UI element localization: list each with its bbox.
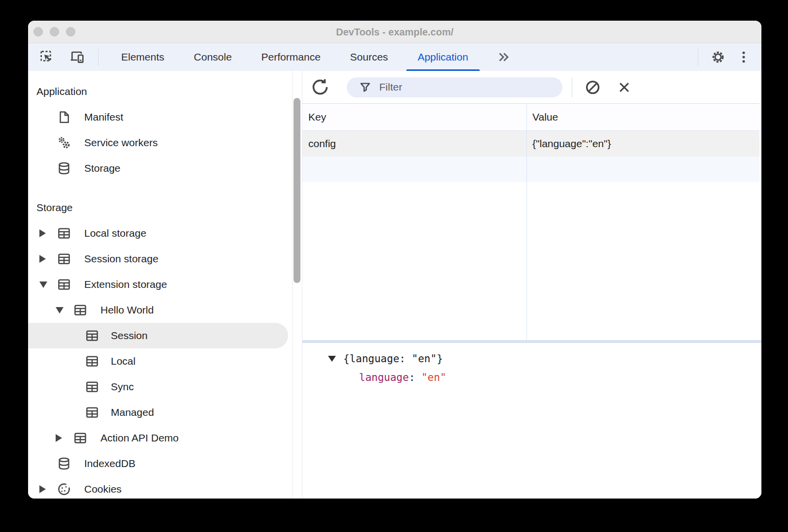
sidebar-item-extension-storage[interactable]: Extension storage	[28, 272, 302, 297]
sidebar-item-service-workers[interactable]: Service workers	[28, 130, 302, 156]
triangle-collapsed-icon[interactable]	[39, 229, 57, 237]
database-icon	[57, 161, 71, 176]
filter-box	[347, 77, 562, 97]
filter-funnel-icon	[359, 81, 372, 94]
device-toolbar-button[interactable]	[66, 47, 88, 67]
sidebar-item-local-storage[interactable]: Local storage	[28, 220, 302, 246]
toolbar-divider	[98, 49, 98, 65]
table-icon	[85, 354, 99, 369]
sidebar-item-local[interactable]: Local	[28, 348, 302, 374]
column-header-key[interactable]: Key	[302, 111, 526, 123]
tab-sources[interactable]: Sources	[335, 43, 403, 71]
database-icon	[57, 456, 71, 471]
property-value: "en"	[421, 372, 446, 383]
triangle-collapsed-icon[interactable]	[56, 434, 73, 442]
document-icon	[57, 110, 71, 125]
triangle-expanded-icon[interactable]	[56, 307, 73, 313]
sidebar-item-storage[interactable]: Storage	[28, 156, 302, 181]
cookie-icon	[57, 482, 71, 497]
key-cell[interactable]: config	[302, 138, 526, 150]
tab-console[interactable]: Console	[179, 43, 247, 71]
title-bar: DevTools - example.com/	[28, 21, 761, 43]
devtools-window: DevTools - example.com/ Elements Console…	[28, 21, 761, 499]
refresh-icon	[311, 78, 329, 96]
delete-selected-button[interactable]	[614, 77, 634, 97]
window-title: DevTools - example.com/	[28, 26, 761, 37]
triangle-expanded-icon[interactable]	[39, 282, 57, 288]
preview-property-line: language: "en"	[302, 368, 761, 387]
preview-object-text: {language: "en"}	[343, 353, 443, 365]
kebab-menu-icon	[736, 50, 751, 64]
toolbar-divider	[572, 77, 572, 97]
value-preview-pane: {language: "en"} language: "en"	[302, 343, 761, 499]
chevron-double-right-icon	[496, 50, 511, 64]
triangle-expanded-icon[interactable]	[328, 356, 336, 362]
close-icon	[617, 80, 632, 95]
devtools-tab-bar: Elements Console Performance Sources App…	[28, 43, 761, 71]
circle-slash-icon	[585, 79, 601, 95]
sidebar-item-cookies[interactable]: Cookies	[28, 476, 302, 499]
triangle-collapsed-icon[interactable]	[39, 485, 57, 493]
toolbar-divider	[698, 49, 698, 65]
table-icon	[57, 251, 71, 266]
sidebar-scrollbar[interactable]	[294, 98, 300, 283]
inspect-element-button[interactable]	[36, 47, 58, 67]
sidebar-item-managed[interactable]: Managed	[28, 400, 302, 425]
gears-icon	[57, 135, 71, 150]
storage-toolbar	[302, 71, 761, 103]
tab-application[interactable]: Application	[403, 43, 483, 71]
gear-icon	[710, 49, 726, 65]
sidebar-item-hello-world[interactable]: Hello World	[28, 297, 302, 323]
property-separator: :	[409, 372, 421, 383]
table-icon	[57, 226, 71, 241]
preview-root-line[interactable]: {language: "en"}	[302, 349, 761, 368]
application-sidebar: Application Manifest Service workers Sto…	[28, 71, 302, 499]
more-tabs-button[interactable]	[489, 43, 518, 71]
table-filler-row	[302, 156, 759, 182]
table-icon	[85, 328, 99, 343]
table-row-config[interactable]: config {"language":"en"}	[302, 131, 759, 156]
clear-all-button[interactable]	[583, 77, 602, 97]
table-icon	[85, 405, 99, 420]
settings-button[interactable]	[707, 47, 729, 67]
triangle-collapsed-icon[interactable]	[39, 255, 57, 263]
tab-performance[interactable]: Performance	[247, 43, 335, 71]
table-icon	[73, 431, 88, 445]
sidebar-item-sync[interactable]: Sync	[28, 374, 302, 400]
screenshot-stage: DevTools - example.com/ Elements Console…	[0, 0, 788, 532]
main-menu-button[interactable]	[733, 47, 755, 67]
sidebar-item-indexeddb[interactable]: IndexedDB	[28, 451, 302, 476]
sidebar-divider	[292, 71, 293, 499]
tab-elements[interactable]: Elements	[106, 43, 179, 71]
column-header-value[interactable]: Value	[526, 111, 759, 123]
table-icon	[85, 379, 99, 394]
filter-input[interactable]	[378, 81, 562, 94]
sidebar-item-session[interactable]: Session	[28, 323, 288, 348]
table-header-row: Key Value	[302, 104, 759, 131]
section-header-storage: Storage	[28, 195, 302, 220]
sidebar-item-manifest[interactable]: Manifest	[28, 104, 302, 130]
section-header-application: Application	[28, 79, 302, 104]
refresh-button[interactable]	[310, 77, 330, 97]
column-resizer[interactable]	[526, 104, 527, 341]
table-icon	[73, 303, 88, 317]
storage-items-panel: Key Value config {"language":"en"}	[302, 71, 761, 499]
table-icon	[57, 277, 71, 292]
sidebar-item-action-api-demo[interactable]: Action API Demo	[28, 425, 302, 451]
devtools-body: Application Manifest Service workers Sto…	[28, 71, 761, 499]
key-value-data-grid: Key Value config {"language":"en"}	[302, 103, 759, 341]
panel-tabs: Elements Console Performance Sources App…	[106, 43, 483, 71]
sidebar-item-session-storage[interactable]: Session storage	[28, 246, 302, 272]
value-cell[interactable]: {"language":"en"}	[526, 138, 759, 150]
property-name: language	[359, 372, 409, 383]
